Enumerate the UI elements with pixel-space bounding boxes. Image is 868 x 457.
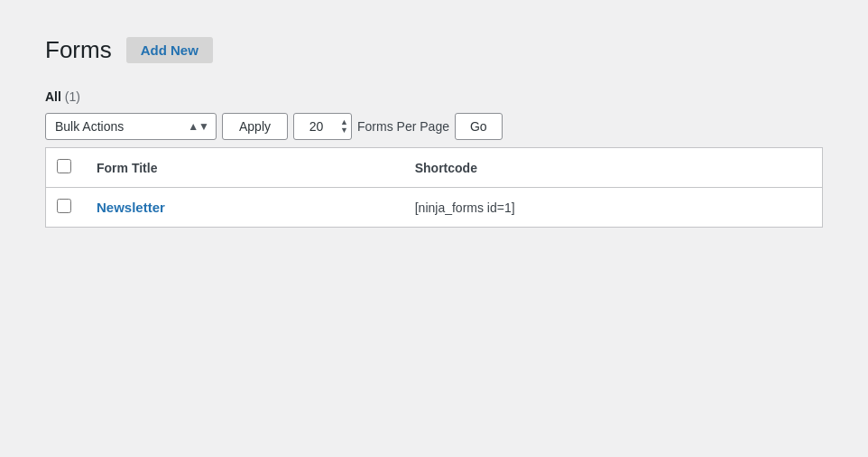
tab-all-count: (1) — [65, 89, 80, 104]
per-page-input-wrapper: ▲▼ — [293, 113, 352, 140]
filter-bar: Bulk Actions Delete ▲▼ Apply ▲▼ Forms Pe… — [45, 113, 823, 140]
per-page-label: Forms Per Page — [357, 119, 449, 134]
tab-all: All (1) — [45, 89, 823, 104]
row-checkbox-cell — [46, 188, 82, 228]
tab-all-label: All — [45, 89, 61, 104]
go-button[interactable]: Go — [455, 113, 503, 140]
page-header: Forms Add New — [45, 36, 823, 64]
table-header-row: Form Title Shortcode — [46, 148, 822, 188]
apply-button[interactable]: Apply — [222, 113, 288, 140]
row-shortcode-cell: [ninja_forms id=1] — [401, 188, 822, 228]
row-checkbox[interactable] — [57, 199, 71, 213]
per-page-input[interactable] — [293, 113, 352, 140]
forms-table: Form Title Shortcode Newsletter [ninja_f… — [46, 148, 822, 227]
forms-table-container: Form Title Shortcode Newsletter [ninja_f… — [45, 147, 823, 228]
select-all-checkbox[interactable] — [57, 159, 71, 173]
row-shortcode-value: [ninja_forms id=1] — [415, 201, 515, 215]
bulk-actions-wrapper: Bulk Actions Delete ▲▼ — [45, 113, 217, 140]
form-title-link[interactable]: Newsletter — [97, 200, 165, 215]
header-checkbox-cell — [46, 148, 82, 188]
table-row: Newsletter [ninja_forms id=1] — [46, 188, 822, 228]
header-shortcode: Shortcode — [401, 148, 822, 188]
bulk-actions-select[interactable]: Bulk Actions Delete — [45, 113, 217, 140]
header-form-title: Form Title — [82, 148, 401, 188]
add-new-button[interactable]: Add New — [126, 37, 213, 63]
page-title: Forms — [45, 36, 112, 64]
row-form-title-cell: Newsletter — [82, 188, 401, 228]
